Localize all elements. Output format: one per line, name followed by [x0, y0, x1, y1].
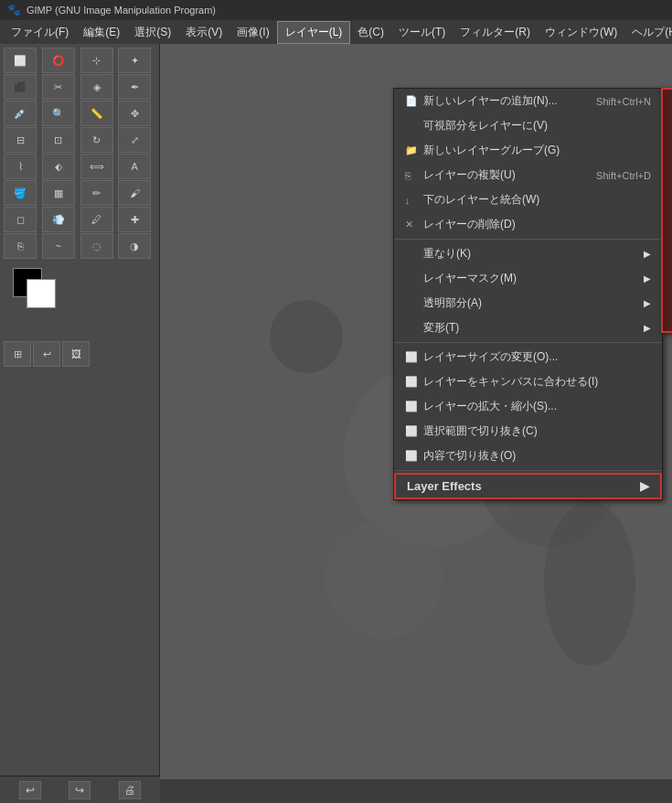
- transparency-label: 透明部分(A): [423, 295, 482, 311]
- print-button[interactable]: 🖨: [119, 781, 141, 799]
- tool-flip[interactable]: ⟺: [80, 154, 113, 179]
- tool-heal[interactable]: ✚: [118, 207, 151, 232]
- tool-eraser[interactable]: ◻: [4, 207, 37, 232]
- tool-bucket-fill[interactable]: 🪣: [4, 180, 37, 206]
- zoom-100[interactable]: ↩: [33, 341, 60, 367]
- effect-bevel-emboss[interactable]: ✦ Bevel and Emboss...: [663, 90, 672, 112]
- menu-window[interactable]: ウィンドウ(W): [538, 22, 624, 43]
- tool-foreground-select[interactable]: ◈: [80, 74, 113, 100]
- menu-stack-order[interactable]: 重なり(K) ▶: [394, 241, 662, 266]
- transform-label: 変形(T): [423, 320, 459, 336]
- menu-transparency[interactable]: 透明部分(A) ▶: [394, 291, 662, 316]
- effect-reapply[interactable]: ✦ Reapply Effects: [663, 265, 672, 287]
- menubar: ファイル(F)編集(E)選択(S)表示(V)画像(I)レイヤー(L)色(C)ツー…: [0, 20, 672, 44]
- effect-drop-shadow[interactable]: ✦ Drop Shadow...: [663, 134, 672, 155]
- mask-arrow: ▶: [644, 273, 651, 284]
- menu-duplicate-layer[interactable]: ⎘ レイヤーの複製(U) Shift+Ctrl+D: [394, 163, 662, 187]
- tool-paintbrush[interactable]: 🖌: [118, 180, 151, 206]
- menu-crop-to-content[interactable]: ⬜ 内容で切り抜き(O): [394, 444, 662, 468]
- tool-move[interactable]: ✥: [118, 101, 151, 126]
- canvas-view[interactable]: 🖼: [62, 341, 90, 367]
- tool-dodge[interactable]: ◑: [118, 233, 151, 259]
- tool-zoom[interactable]: 🔍: [42, 101, 75, 126]
- tool-blend[interactable]: ▦: [42, 180, 75, 206]
- menu-image[interactable]: 画像(I): [229, 22, 276, 43]
- menu-scale-layer[interactable]: ⬜ レイヤーの拡大・縮小(S)...: [394, 394, 662, 419]
- menu-filter[interactable]: フィルター(R): [453, 22, 538, 43]
- tool-crop[interactable]: ⊡: [42, 127, 75, 153]
- tool-measure[interactable]: 📏: [80, 101, 113, 126]
- transform-arrow: ▶: [644, 323, 651, 333]
- effect-satin[interactable]: ✦ Satin...: [663, 287, 672, 309]
- undo-button[interactable]: ↩: [19, 781, 41, 799]
- effect-color-overlay[interactable]: ✦ Color Overlay...: [663, 112, 672, 134]
- tool-select-by-color[interactable]: ⬛: [4, 74, 37, 100]
- menu-file[interactable]: ファイル(F): [4, 22, 76, 43]
- effect-inner-shadow[interactable]: ✦ Inner Shadow...: [663, 199, 672, 221]
- menu-view[interactable]: 表示(V): [178, 22, 229, 43]
- menu-new-group[interactable]: 📁 新しいレイヤーグループ(G): [394, 138, 662, 163]
- tool-rotate[interactable]: ↻: [80, 127, 113, 153]
- color-swatches: [4, 268, 155, 314]
- tool-align[interactable]: ⊟: [4, 127, 37, 153]
- tool-airbrush[interactable]: 💨: [42, 207, 75, 232]
- redo-button[interactable]: ↪: [69, 781, 91, 799]
- effect-pattern-overlay[interactable]: ✦ Pattern Overlay...: [663, 243, 672, 265]
- effect-gradient-overlay[interactable]: ✦ Gradient Overlay...: [663, 155, 672, 177]
- tool-free-select[interactable]: ⊹: [80, 48, 113, 73]
- foreground-color[interactable]: [27, 279, 56, 308]
- menu-crop-to-selection[interactable]: ⬜ 選択範囲で切り抜き(C): [394, 419, 662, 444]
- effects-label: Layer Effects: [407, 479, 482, 493]
- menu-layer[interactable]: レイヤー(L): [277, 21, 351, 44]
- tool-clone[interactable]: ⎘: [4, 233, 37, 259]
- tool-perspective[interactable]: ⬖: [42, 154, 75, 179]
- tool-ink[interactable]: 🖊: [80, 207, 113, 232]
- new-layer-icon: 📄: [405, 95, 420, 107]
- tool-convolve[interactable]: ◌: [80, 233, 113, 259]
- duplicate-icon: ⎘: [405, 170, 420, 181]
- menu-layer-mask[interactable]: レイヤーマスク(M) ▶: [394, 266, 662, 291]
- menu-layer-effects[interactable]: Layer Effects ▶: [394, 473, 662, 499]
- tool-shear[interactable]: ⌇: [4, 154, 37, 179]
- menu-color[interactable]: 色(C): [350, 22, 391, 43]
- tool-scale[interactable]: ⤢: [118, 127, 151, 153]
- menu-help[interactable]: ヘルプ(H): [624, 22, 672, 43]
- mask-label: レイヤーマスク(M): [423, 271, 517, 286]
- stack-arrow: ▶: [644, 249, 651, 259]
- menu-select[interactable]: 選択(S): [127, 22, 178, 43]
- crop-content-label: 内容で切り抜き(O): [423, 448, 516, 464]
- tool-fuzzy-select[interactable]: ✦: [118, 48, 151, 73]
- menu-edit[interactable]: 編集(E): [76, 22, 127, 43]
- merge-down-label: 下のレイヤーと統合(W): [423, 192, 539, 208]
- menu-new-layer[interactable]: 📄 新しいレイヤーの追加(N)... Shift+Ctrl+N: [394, 89, 662, 113]
- effect-stroke[interactable]: ✦ Stroke...: [663, 309, 672, 331]
- menu-merge-down[interactable]: ↓ 下のレイヤーと統合(W): [394, 187, 662, 212]
- crop-content-icon: ⬜: [405, 450, 420, 462]
- tool-ellipse-select[interactable]: ⭕: [42, 48, 75, 73]
- zoom-to-fit[interactable]: ⊞: [4, 341, 31, 367]
- effects-arrow: ▶: [640, 479, 649, 493]
- main-area: ⬜ ⭕ ⊹ ✦ ⬛ ✂ ◈ ✒ 💉 🔍 📏 ✥ ⊟ ⊡ ↻ ⤢ ⌇ ⬖ ⟺ A …: [0, 44, 672, 779]
- menu-delete-layer[interactable]: ✕ レイヤーの削除(D): [394, 212, 662, 237]
- delete-layer-icon: ✕: [405, 219, 420, 230]
- crop-selection-icon: ⬜: [405, 425, 420, 437]
- menu-flatten-to-layer[interactable]: 可視部分をレイヤーに(V): [394, 113, 662, 138]
- tool-text[interactable]: A: [118, 154, 151, 179]
- tool-paths[interactable]: ✒: [118, 74, 151, 100]
- menu-layer-size[interactable]: ⬜ レイヤーサイズの変更(O)...: [394, 345, 662, 369]
- tool-rect-select[interactable]: ⬜: [4, 48, 37, 73]
- toolbox: ⬜ ⭕ ⊹ ✦ ⬛ ✂ ◈ ✒ 💉 🔍 📏 ✥ ⊟ ⊡ ↻ ⤢ ⌇ ⬖ ⟺ A …: [0, 44, 160, 779]
- effect-outer-glow[interactable]: ✦ Outer Glow...: [663, 221, 672, 243]
- tool-pencil[interactable]: ✏: [80, 180, 113, 206]
- menu-transform[interactable]: 変形(T) ▶: [394, 316, 662, 340]
- duplicate-shortcut: Shift+Ctrl+D: [596, 170, 651, 181]
- menu-fit-to-canvas[interactable]: ⬜ レイヤーをキャンバスに合わせる(I): [394, 369, 662, 394]
- effect-inner-glow[interactable]: ✦ Inner Glow...: [663, 177, 672, 199]
- menu-tools[interactable]: ツール(T): [391, 22, 453, 43]
- tool-smudge[interactable]: ~: [42, 233, 75, 259]
- new-group-label: 新しいレイヤーグループ(G): [423, 143, 560, 158]
- canvas-area: 📄 新しいレイヤーの追加(N)... Shift+Ctrl+N 可視部分をレイヤ…: [160, 44, 672, 779]
- stack-label: 重なり(K): [423, 246, 471, 262]
- tool-scissors[interactable]: ✂: [42, 74, 75, 100]
- tool-color-picker[interactable]: 💉: [4, 101, 37, 126]
